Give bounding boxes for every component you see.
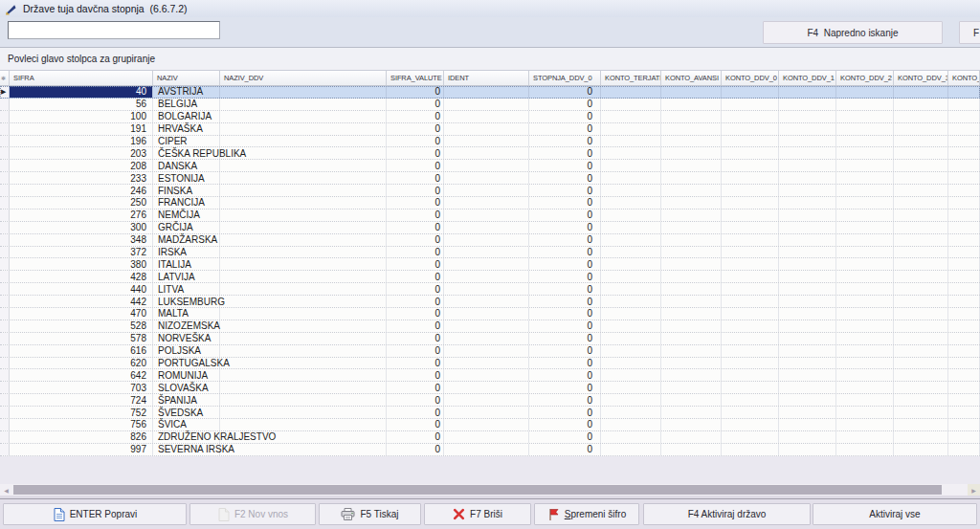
cell-empty[interactable] (836, 271, 894, 282)
cell-empty[interactable] (894, 147, 948, 159)
cell-empty[interactable] (836, 197, 894, 209)
cell-stopnja-ddv-0[interactable]: 0 (529, 283, 601, 295)
cell-empty[interactable] (444, 123, 529, 135)
cell-empty[interactable] (220, 419, 387, 430)
cell-empty[interactable] (444, 247, 529, 258)
cell-empty[interactable] (722, 308, 779, 320)
table-row[interactable]: 196CIPER00 (0, 136, 980, 148)
cell-empty[interactable] (779, 160, 836, 171)
cell-empty[interactable] (948, 258, 980, 270)
cell-stopnja-ddv-0[interactable]: 0 (529, 431, 601, 443)
cell-empty[interactable] (444, 86, 529, 98)
advanced-search-button[interactable]: F4 Napredno iskanje (763, 21, 943, 44)
cell-empty[interactable] (836, 419, 894, 430)
cell-stopnja-ddv-0[interactable]: 0 (529, 320, 601, 332)
cell-stopnja-ddv-0[interactable]: 0 (529, 86, 601, 98)
cell-empty[interactable] (220, 444, 387, 455)
column-header-naziv[interactable]: NAZIV (153, 71, 220, 85)
cell-sifra-valute[interactable]: 0 (387, 222, 444, 233)
cell-empty[interactable] (220, 333, 387, 344)
cell-empty[interactable] (722, 333, 779, 344)
cell-empty[interactable] (948, 197, 980, 209)
cell-naziv[interactable]: FRANCIJA (153, 197, 220, 209)
cell-empty[interactable] (661, 185, 722, 196)
cell-sifra[interactable]: 756 (10, 419, 153, 430)
cell-naziv[interactable]: ČEŠKA REPUBLIKA (153, 147, 220, 159)
cell-empty[interactable] (220, 283, 387, 295)
cell-empty[interactable] (779, 283, 836, 295)
cell-empty[interactable] (894, 222, 948, 233)
cell-empty[interactable] (601, 419, 661, 430)
cell-empty[interactable] (836, 222, 894, 233)
cell-empty[interactable] (722, 320, 779, 332)
cell-stopnja-ddv-0[interactable]: 0 (529, 382, 601, 393)
row-indicator[interactable] (0, 283, 10, 295)
cell-empty[interactable] (722, 358, 779, 369)
table-row[interactable]: 56BELGIJA00 (0, 99, 980, 111)
cell-empty[interactable] (836, 296, 894, 307)
cell-empty[interactable] (779, 209, 836, 221)
row-indicator[interactable] (0, 136, 10, 147)
scrollbar-thumb[interactable] (13, 485, 942, 495)
cell-empty[interactable] (220, 358, 387, 369)
cell-empty[interactable] (779, 111, 836, 122)
aktiviraj-vse-button[interactable]: Aktiviraj vse (813, 503, 977, 525)
cell-empty[interactable] (661, 111, 722, 122)
table-row[interactable]: 528NIZOZEMSKA00 (0, 320, 980, 333)
cell-sifra[interactable]: 997 (10, 444, 153, 455)
row-indicator[interactable] (0, 444, 10, 455)
row-indicator[interactable] (0, 123, 10, 135)
table-row[interactable]: 191HRVAŠKA00 (0, 123, 980, 136)
cell-sifra[interactable]: 56 (10, 99, 153, 110)
row-indicator[interactable] (0, 333, 10, 344)
row-indicator[interactable] (0, 147, 10, 159)
cell-empty[interactable] (601, 197, 661, 209)
table-row[interactable]: 276NEMČIJA00 (0, 209, 980, 222)
row-indicator[interactable] (0, 308, 10, 320)
cell-empty[interactable] (836, 247, 894, 258)
cell-empty[interactable] (220, 369, 387, 381)
cell-empty[interactable] (722, 99, 779, 110)
cell-empty[interactable] (836, 431, 894, 443)
row-indicator[interactable] (0, 394, 10, 406)
cell-sifra[interactable]: 642 (10, 369, 153, 381)
cell-empty[interactable] (948, 136, 980, 147)
row-indicator[interactable] (0, 258, 10, 270)
cell-sifra-valute[interactable]: 0 (387, 333, 444, 344)
cell-empty[interactable] (779, 247, 836, 258)
cell-empty[interactable] (836, 99, 894, 110)
cell-empty[interactable] (601, 333, 661, 344)
table-row[interactable]: 752ŠVEDSKA00 (0, 407, 980, 419)
clipped-right-button[interactable]: F (959, 21, 980, 44)
cell-sifra-valute[interactable]: 0 (387, 247, 444, 258)
cell-empty[interactable] (779, 296, 836, 307)
row-indicator[interactable]: ▶ (0, 86, 10, 98)
cell-empty[interactable] (779, 394, 836, 406)
cell-stopnja-ddv-0[interactable]: 0 (529, 197, 601, 209)
cell-empty[interactable] (661, 394, 722, 406)
cell-naziv[interactable]: BELGIJA (153, 99, 220, 110)
cell-empty[interactable] (722, 111, 779, 122)
cell-empty[interactable] (948, 320, 980, 332)
cell-empty[interactable] (948, 234, 980, 246)
table-row[interactable]: 578NORVEŠKA00 (0, 333, 980, 345)
cell-empty[interactable] (444, 160, 529, 171)
cell-stopnja-ddv-0[interactable]: 0 (529, 419, 601, 430)
row-indicator[interactable] (0, 185, 10, 196)
cell-sifra[interactable]: 440 (10, 283, 153, 295)
cell-empty[interactable] (444, 369, 529, 381)
cell-empty[interactable] (836, 136, 894, 147)
cell-empty[interactable] (948, 222, 980, 233)
cell-empty[interactable] (836, 444, 894, 455)
cell-empty[interactable] (220, 99, 387, 110)
cell-empty[interactable] (779, 271, 836, 282)
cell-empty[interactable] (444, 147, 529, 159)
cell-empty[interactable] (948, 431, 980, 443)
cell-empty[interactable] (220, 111, 387, 122)
cell-empty[interactable] (894, 407, 948, 418)
row-indicator[interactable] (0, 358, 10, 369)
cell-empty[interactable] (444, 296, 529, 307)
cell-sifra-valute[interactable]: 0 (387, 369, 444, 381)
cell-empty[interactable] (722, 209, 779, 221)
row-indicator[interactable] (0, 382, 10, 393)
